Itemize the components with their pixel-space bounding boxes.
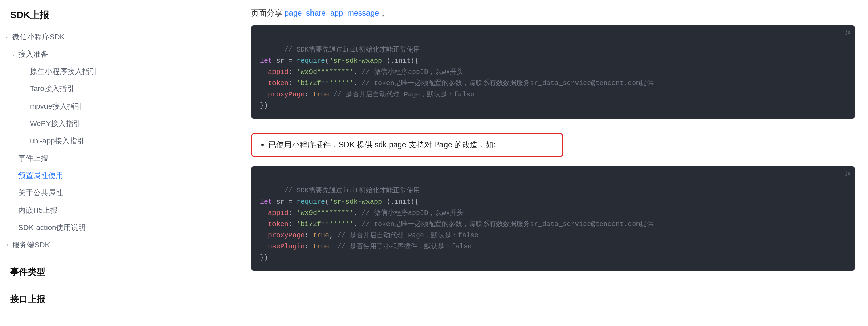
tok-prop-appid: appid	[268, 68, 288, 76]
code-block-2: js// SDK需要先通过init初始化才能正常使用 let sr = requ…	[251, 166, 855, 271]
tok-require: require	[297, 57, 325, 65]
tok-let: let	[260, 57, 272, 65]
nav-heading-events: 事件类型	[0, 255, 129, 282]
tok-prop-appid: appid	[268, 209, 288, 217]
chevron-right-icon: ›	[5, 241, 10, 248]
tok-require: require	[297, 198, 325, 206]
tok-string: 'sr-sdk-wxapp'	[329, 198, 386, 206]
sidebar-item-2[interactable]: 原生小程序接入指引	[0, 63, 129, 80]
tok-string: 'wx9d********'	[297, 68, 354, 76]
sidebar-item-6[interactable]: uni-app接入指引	[0, 132, 129, 149]
sidebar-item-label: 原生小程序接入指引	[30, 65, 97, 77]
callout-box: 已使用小程序插件，SDK 提供 sdk.page 支持对 Page 的改造，如:	[251, 133, 563, 157]
code-comment: // 微信小程序appID，以wx开头	[362, 68, 464, 76]
nav-heading-api: 接口上报	[0, 282, 129, 309]
sidebar-item-label: 内嵌H5上报	[18, 204, 58, 216]
tok-string: 'wx9d********'	[297, 209, 354, 217]
code-comment: // SDK需要先通过init初始化才能正常使用	[284, 46, 420, 54]
code-comment: // 是否开启自动代理 Page，默认是：false	[337, 231, 478, 239]
sidebar-title: SDK上报	[0, 4, 129, 27]
tok-prop-useplugin: usePlugin	[268, 243, 305, 250]
chevron-down-icon: ⌄	[11, 50, 16, 58]
sidebar-item-label: 事件上报	[18, 152, 48, 164]
sidebar-item-label: 预置属性使用	[18, 169, 63, 181]
code-comment: // 是否开启自动代理 Page，默认是：false	[329, 90, 474, 98]
sidebar-item-7[interactable]: 事件上报	[0, 149, 129, 167]
sidebar-item-4[interactable]: mpvue接入指引	[0, 98, 129, 115]
tok-let: let	[260, 198, 272, 206]
code-lang-tag: js	[845, 170, 850, 177]
tok-bool: true	[313, 243, 329, 250]
tok-string: 'sr-sdk-wxapp'	[329, 57, 386, 65]
tok-prop-proxy: proxyPage	[268, 90, 305, 98]
tok-bool: true	[313, 231, 329, 239]
sidebar-item-9[interactable]: 关于公共属性	[0, 184, 129, 201]
sidebar-item-label: 接入准备	[18, 48, 48, 60]
sidebar-item-1[interactable]: ⌄接入准备	[0, 45, 129, 63]
sidebar-item-label: SDK-action使用说明	[18, 222, 86, 233]
tok-eq: =	[288, 57, 297, 65]
sidebar-item-12[interactable]: ›服务端SDK	[0, 236, 129, 253]
code-comment: // 是否使用了小程序插件，默认是：false	[337, 243, 472, 250]
tok-paren: (	[325, 57, 329, 65]
sidebar-item-0[interactable]: ⌄微信小程序SDK	[0, 28, 129, 45]
code-comment: // 微信小程序appID，以wx开头	[362, 209, 464, 217]
tok-prop-token: token	[268, 220, 288, 228]
sidebar-item-label: 微信小程序SDK	[12, 31, 65, 43]
content: 页面分享 page_share_app_message 。 js// SDK需要…	[129, 0, 868, 309]
sidebar-item-11[interactable]: SDK-action使用说明	[0, 219, 129, 236]
tok-var: sr	[272, 57, 288, 65]
tok-var: sr	[272, 198, 288, 206]
tok-close: })	[260, 102, 268, 109]
sidebar-item-label: Taro接入指引	[30, 83, 74, 95]
sidebar-item-3[interactable]: Taro接入指引	[0, 80, 129, 97]
code-comment: // SDK需要先通过init初始化才能正常使用	[284, 187, 420, 195]
intro-suffix: 。	[379, 8, 389, 17]
callout-text: 已使用小程序插件，SDK 提供 sdk.page 支持对 Page 的改造，如:	[268, 139, 555, 151]
chevron-down-icon: ⌄	[5, 33, 10, 40]
sidebar-item-label: 服务端SDK	[12, 239, 50, 251]
tok-prop-proxy: proxyPage	[268, 231, 305, 239]
sidebar-item-label: uni-app接入指引	[30, 135, 84, 147]
sidebar: SDK上报 ⌄微信小程序SDK⌄接入准备原生小程序接入指引Taro接入指引mpv…	[0, 0, 129, 309]
nav-group: ⌄微信小程序SDK⌄接入准备原生小程序接入指引Taro接入指引mpvue接入指引…	[0, 27, 129, 255]
intro-prefix: 页面分享	[251, 8, 284, 17]
code-comment: // token是唯一必须配置的参数，请联系有数数据服务sr_data_serv…	[362, 220, 654, 228]
tok-prop-token: token	[268, 79, 288, 87]
intro-paragraph: 页面分享 page_share_app_message 。	[251, 7, 855, 25]
sidebar-item-8[interactable]: 预置属性使用	[0, 167, 129, 184]
tok-bool: true	[313, 90, 329, 98]
page-share-link[interactable]: page_share_app_message	[284, 8, 379, 17]
sidebar-item-label: mpvue接入指引	[30, 100, 82, 112]
tok-init: .init({	[390, 198, 419, 206]
code-block-1: js// SDK需要先通过init初始化才能正常使用 let sr = requ…	[251, 25, 855, 119]
tok-paren: )	[386, 57, 390, 65]
tok-close: })	[260, 254, 268, 262]
sidebar-item-label: WePY接入指引	[30, 118, 81, 129]
tok-string: 'bi72f*******'	[297, 79, 354, 87]
sidebar-item-10[interactable]: 内嵌H5上报	[0, 202, 129, 219]
sidebar-item-5[interactable]: WePY接入指引	[0, 115, 129, 132]
code-comment: // token是唯一必须配置的参数，请联系有数数据服务sr_data_serv…	[362, 79, 654, 87]
sidebar-item-label: 关于公共属性	[18, 187, 63, 199]
tok-init: .init({	[390, 57, 419, 65]
code-lang-tag: js	[845, 29, 850, 36]
tok-string: 'bi72f*******'	[297, 220, 354, 228]
